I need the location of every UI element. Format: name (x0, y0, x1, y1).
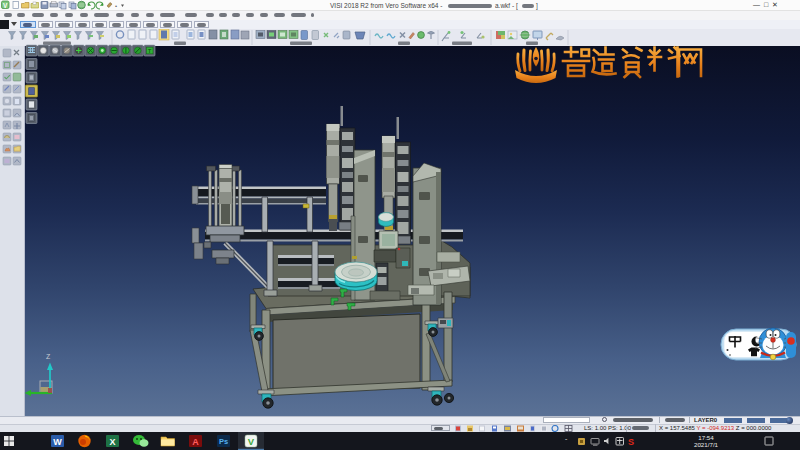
svg-text:Z: Z (46, 353, 51, 360)
svg-text:V: V (248, 436, 255, 447)
svg-text:A: A (192, 437, 199, 447)
svg-text:Ps: Ps (219, 437, 228, 446)
svg-text:T: T (148, 48, 152, 54)
svg-text:S: S (628, 437, 634, 447)
svg-text:X: X (109, 437, 115, 447)
svg-text:17:54: 17:54 (698, 434, 714, 441)
svg-text:ˇ: ˇ (565, 438, 568, 445)
svg-text:2021/7/1: 2021/7/1 (694, 441, 719, 448)
svg-text:W: W (53, 437, 62, 447)
